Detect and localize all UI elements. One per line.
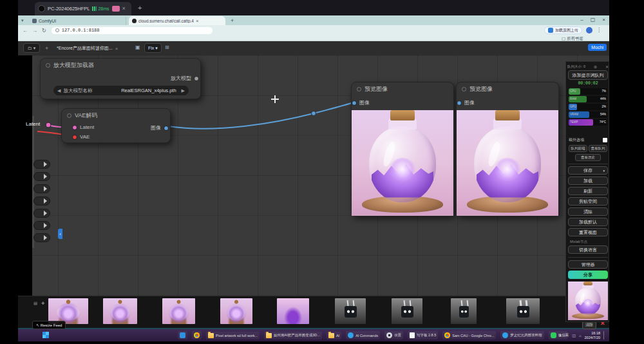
resize-feed-button[interactable]: ↖ Resize Feed xyxy=(32,321,66,329)
node-preview-image-right[interactable]: 预览图像 图像 xyxy=(456,82,559,216)
feed-thumbnail[interactable] xyxy=(220,298,252,324)
site-info-icon[interactable] xyxy=(55,28,59,32)
offscreen-widget[interactable] xyxy=(33,172,50,181)
forward-icon[interactable]: → xyxy=(32,28,37,33)
back-icon[interactable]: ← xyxy=(23,28,28,33)
panel-collapse-tab[interactable]: ‹ xyxy=(58,229,62,239)
input-image[interactable]: 图像 xyxy=(457,99,475,106)
output-upscale-model[interactable]: 放大模型 xyxy=(171,75,199,82)
collapse-dot-icon[interactable] xyxy=(462,87,466,91)
arrow-left-icon[interactable]: ◀ xyxy=(57,88,61,93)
taskbar-chrome-window[interactable]: Sam CAU - Google Chro... xyxy=(442,331,496,339)
network-icon[interactable]: ⌂ xyxy=(579,334,582,338)
feed-thumbnail[interactable] xyxy=(48,298,88,324)
start-button[interactable] xyxy=(43,332,49,338)
clear-button[interactable]: 清除 xyxy=(568,207,608,216)
panel-preview-thumbnail[interactable] xyxy=(568,282,608,320)
reload-icon[interactable]: ↻ xyxy=(42,28,46,33)
offscreen-widget[interactable] xyxy=(33,221,50,230)
taskbar-notepad[interactable]: 写字板 2.8.5 xyxy=(408,331,438,339)
extension-pill[interactable]: 加载原图上传 xyxy=(544,26,582,34)
node-vae-decode[interactable]: VAE解码 Latent VAE 图像 xyxy=(61,108,171,143)
input-language-indicator[interactable]: 英 xyxy=(565,332,569,338)
save-button[interactable]: 保存▾ xyxy=(568,166,608,175)
tray-expand-icon[interactable]: ∧ xyxy=(559,333,562,338)
input-dot[interactable] xyxy=(72,125,77,130)
manager-button[interactable]: 管理器 xyxy=(568,260,608,269)
feed-thumbnail[interactable] xyxy=(506,298,540,324)
output-dot[interactable] xyxy=(194,76,199,81)
arrow-right-icon[interactable]: ▶ xyxy=(182,88,185,93)
taskbar-docs[interactable]: 梦之纪元内部资料馆 xyxy=(500,331,544,339)
switch-language-button[interactable]: 切换语言 xyxy=(568,245,608,254)
workflow-tab[interactable]: *Encore产品草图转迷你图... × xyxy=(54,43,120,53)
collapse-dot-icon[interactable] xyxy=(357,87,361,91)
address-input[interactable]: 127.0.0.1:8188 xyxy=(52,27,213,34)
browser-menu-icon[interactable]: ⋮ xyxy=(596,27,601,33)
new-session-button[interactable]: + xyxy=(138,4,142,12)
tab-active[interactable]: cloud.sumeru.chat/call.cattp.4 × xyxy=(129,16,225,25)
node-preview-image-left[interactable]: 预览图像 图像 xyxy=(351,82,454,216)
reset-view-button[interactable]: 重置视图 xyxy=(568,228,608,236)
volume-icon[interactable]: ◫ xyxy=(572,333,576,338)
view-queue-button[interactable]: 查看队列 xyxy=(589,145,607,152)
maximize-button[interactable]: ▢ xyxy=(591,17,596,23)
new-workflow-button[interactable]: + xyxy=(45,45,48,52)
load-default-button[interactable]: 加载默认 xyxy=(568,218,608,226)
feed-thumbnail[interactable] xyxy=(451,298,477,324)
fix-dropdown[interactable]: Fix▾ xyxy=(144,43,162,53)
close-workflow-icon[interactable]: × xyxy=(115,46,118,52)
feed-pin-icon[interactable]: ✚ xyxy=(41,301,44,306)
close-tab-icon[interactable]: × xyxy=(196,18,199,24)
taskbar-chrome[interactable] xyxy=(192,331,202,339)
workflow-folder-button[interactable]: 🗀▾ xyxy=(23,43,40,53)
extra-options-checkbox[interactable] xyxy=(603,138,607,142)
new-tab-button[interactable]: + xyxy=(231,17,234,24)
minimize-button[interactable]: – xyxy=(580,17,583,23)
taskbar-app[interactable] xyxy=(178,331,187,339)
show-desktop-button[interactable] xyxy=(603,331,605,339)
profile-avatar[interactable] xyxy=(586,27,592,33)
input-vae[interactable]: VAE xyxy=(72,134,90,140)
save-workflow-icon[interactable]: ▣ xyxy=(135,44,140,50)
input-dot[interactable] xyxy=(352,100,357,106)
input-image[interactable]: 图像 xyxy=(352,99,370,106)
offscreen-widget[interactable] xyxy=(33,160,50,169)
queue-prompt-button[interactable]: 添加提示词队列 xyxy=(568,70,608,80)
feed-thumbnail[interactable] xyxy=(335,298,366,324)
taskbar-folder[interactable]: Pixel artwork sd full work... xyxy=(206,332,260,339)
queue-front-button[interactable]: 队列前端 xyxy=(569,145,587,152)
input-dot[interactable] xyxy=(457,100,462,106)
offscreen-widget[interactable] xyxy=(33,196,50,205)
taskbar-settings[interactable]: 设置 xyxy=(384,331,403,339)
offscreen-widget[interactable] xyxy=(33,209,50,218)
mochi-badge[interactable]: Mochi xyxy=(588,44,607,51)
taskbar-clock[interactable]: 16:18 2024/7/20 xyxy=(585,331,600,339)
offscreen-widget[interactable] xyxy=(33,233,50,242)
model-name-widget[interactable]: ◀ 放大模型名称 RealESRGAN_x4plus.pth ▶ xyxy=(53,86,189,95)
collapse-dot-icon[interactable] xyxy=(46,63,50,68)
output-dot[interactable] xyxy=(164,126,169,131)
load-button[interactable]: 加载 xyxy=(568,177,608,185)
view-history-button[interactable]: 查看历史 xyxy=(575,154,601,161)
input-dot[interactable] xyxy=(72,135,77,140)
gear-icon[interactable]: ⚙ xyxy=(592,64,597,69)
feed-thumbnail[interactable] xyxy=(162,298,195,324)
taskbar-folder[interactable]: AI xyxy=(327,332,341,339)
collapse-dot-icon[interactable] xyxy=(67,113,71,118)
feed-thumbnail[interactable] xyxy=(392,298,422,324)
taskbar-app[interactable]: AI Commands xyxy=(346,331,380,339)
feed-thumbnail[interactable] xyxy=(103,298,137,324)
feed-grid-icon[interactable]: ▤ xyxy=(33,301,37,306)
input-latent[interactable]: Latent xyxy=(72,124,94,130)
refresh-button[interactable]: 刷新 xyxy=(568,187,608,195)
close-icon[interactable]: ✕ xyxy=(603,64,609,69)
close-button[interactable]: × xyxy=(602,17,605,23)
share-button[interactable]: 分享 xyxy=(568,271,608,279)
node-upscale-model-loader[interactable]: 放大模型加载器 放大模型 ◀ 放大模型名称 RealESRGAN_x4plus.… xyxy=(40,58,201,99)
tab-search-icon[interactable]: ▾ xyxy=(21,18,24,23)
offscreen-widget[interactable] xyxy=(33,184,50,193)
mixlab-toggle[interactable]: Mixlab节点 xyxy=(570,240,587,244)
feed-thumbnail[interactable] xyxy=(277,298,309,324)
clipspace-button[interactable]: 剪贴空间 xyxy=(568,197,608,205)
